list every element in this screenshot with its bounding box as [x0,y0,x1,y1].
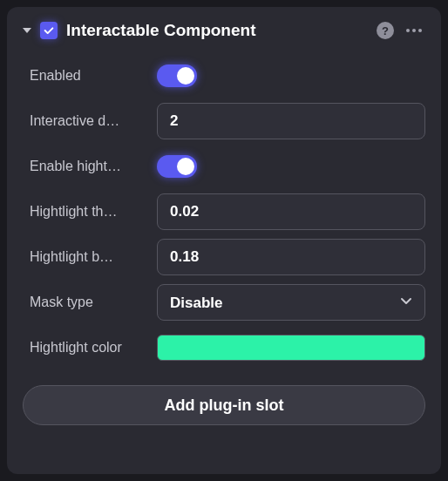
label-enabled: Enabled [23,68,146,84]
row-enable-highlight: Enable hight… [23,146,425,186]
color-swatch-highlight[interactable] [157,335,425,361]
component-panel: Interactable Component ? Enabled Interac… [7,7,441,474]
toggle-enabled[interactable] [157,64,197,87]
row-enabled: Enabled [23,56,425,96]
collapse-arrow-icon[interactable] [23,28,31,33]
row-highlight-color: Hightlight color [23,328,425,368]
row-mask-type: Mask type Disable [23,282,425,322]
label-highlight-color: Hightlight color [23,340,146,356]
row-highlight-blur: Hightlight b… [23,237,425,277]
panel-header: Interactable Component ? [23,21,425,40]
more-icon[interactable] [403,25,425,36]
add-plugin-slot-button[interactable]: Add plug-in slot [23,385,425,425]
label-highlight-blur: Hightlight b… [23,249,146,265]
select-mask-type[interactable]: Disable [157,284,425,321]
panel-title: Interactable Component [66,21,368,40]
label-highlight-thickness: Hightlight th… [23,204,146,220]
check-icon [43,24,55,37]
label-mask-type: Mask type [23,295,146,310]
component-enable-checkbox[interactable] [40,22,58,39]
label-interactive-distance: Interactive d… [23,113,146,129]
input-highlight-thickness[interactable] [157,193,425,230]
row-interactive-distance: Interactive d… [23,101,425,141]
row-highlight-thickness: Hightlight th… [23,192,425,232]
input-interactive-distance[interactable] [157,103,425,139]
input-highlight-blur[interactable] [157,239,425,275]
toggle-enable-highlight[interactable] [157,155,197,178]
label-enable-highlight: Enable hight… [23,159,146,174]
help-icon[interactable]: ? [377,22,394,39]
